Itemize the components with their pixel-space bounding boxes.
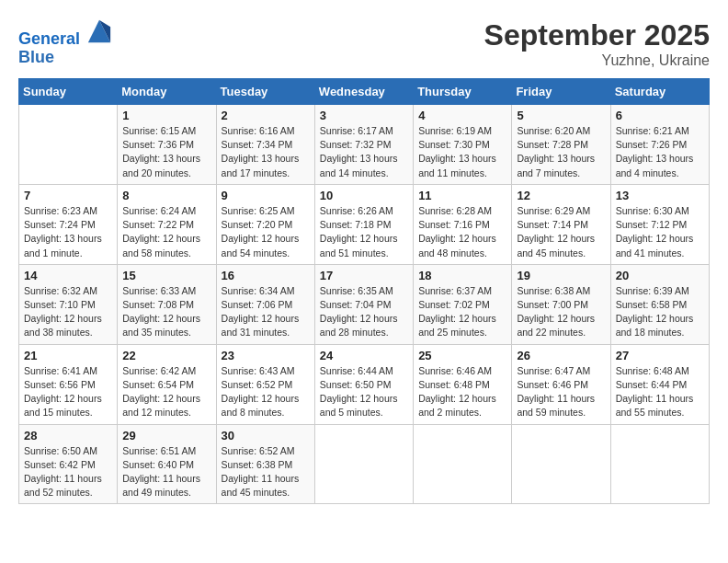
calendar-cell: 19Sunrise: 6:38 AM Sunset: 7:00 PM Dayli…	[512, 264, 610, 344]
calendar-cell: 15Sunrise: 6:33 AM Sunset: 7:08 PM Dayli…	[118, 264, 216, 344]
logo-text: General	[18, 18, 112, 49]
calendar-cell: 4Sunrise: 6:19 AM Sunset: 7:30 PM Daylig…	[414, 105, 512, 185]
calendar-cell: 1Sunrise: 6:15 AM Sunset: 7:36 PM Daylig…	[118, 105, 216, 185]
title-block: September 2025 Yuzhne, Ukraine	[484, 18, 710, 69]
calendar-cell	[512, 424, 610, 504]
calendar-header-row: SundayMondayTuesdayWednesdayThursdayFrid…	[19, 79, 710, 105]
day-number: 23	[222, 349, 310, 362]
calendar-cell: 9Sunrise: 6:25 AM Sunset: 7:20 PM Daylig…	[216, 184, 314, 264]
day-number: 2	[222, 109, 310, 122]
page-header: General Blue September 2025 Yuzhne, Ukra…	[18, 18, 710, 69]
day-info: Sunrise: 6:28 AM Sunset: 7:16 PM Dayligh…	[418, 204, 506, 260]
day-number: 5	[517, 109, 605, 122]
day-number: 11	[418, 189, 506, 202]
calendar-week-row: 7Sunrise: 6:23 AM Sunset: 7:24 PM Daylig…	[19, 184, 710, 264]
calendar-cell: 6Sunrise: 6:21 AM Sunset: 7:26 PM Daylig…	[610, 105, 709, 185]
day-info: Sunrise: 6:43 AM Sunset: 6:52 PM Dayligh…	[222, 364, 310, 420]
day-number: 19	[517, 269, 605, 282]
col-header-tuesday: Tuesday	[216, 79, 314, 105]
logo: General Blue	[18, 18, 112, 67]
calendar-cell: 7Sunrise: 6:23 AM Sunset: 7:24 PM Daylig…	[19, 184, 118, 264]
day-number: 24	[320, 349, 408, 362]
calendar-week-row: 14Sunrise: 6:32 AM Sunset: 7:10 PM Dayli…	[19, 264, 710, 344]
calendar-cell: 13Sunrise: 6:30 AM Sunset: 7:12 PM Dayli…	[610, 184, 709, 264]
calendar-cell	[19, 105, 118, 185]
day-info: Sunrise: 6:50 AM Sunset: 6:42 PM Dayligh…	[24, 444, 112, 500]
calendar-cell: 21Sunrise: 6:41 AM Sunset: 6:56 PM Dayli…	[19, 344, 118, 424]
calendar-cell: 24Sunrise: 6:44 AM Sunset: 6:50 PM Dayli…	[314, 344, 413, 424]
calendar-cell: 23Sunrise: 6:43 AM Sunset: 6:52 PM Dayli…	[216, 344, 314, 424]
calendar-cell: 10Sunrise: 6:26 AM Sunset: 7:18 PM Dayli…	[314, 184, 413, 264]
calendar-cell: 30Sunrise: 6:52 AM Sunset: 6:38 PM Dayli…	[216, 424, 314, 504]
day-info: Sunrise: 6:30 AM Sunset: 7:12 PM Dayligh…	[616, 204, 704, 260]
day-info: Sunrise: 6:25 AM Sunset: 7:20 PM Dayligh…	[222, 204, 310, 260]
calendar-cell: 25Sunrise: 6:46 AM Sunset: 6:48 PM Dayli…	[414, 344, 512, 424]
day-number: 12	[517, 189, 605, 202]
day-info: Sunrise: 6:34 AM Sunset: 7:06 PM Dayligh…	[222, 284, 310, 340]
day-info: Sunrise: 6:29 AM Sunset: 7:14 PM Dayligh…	[517, 204, 605, 260]
day-number: 7	[24, 189, 112, 202]
col-header-monday: Monday	[118, 79, 216, 105]
day-info: Sunrise: 6:32 AM Sunset: 7:10 PM Dayligh…	[24, 284, 112, 340]
day-info: Sunrise: 6:38 AM Sunset: 7:00 PM Dayligh…	[517, 284, 605, 340]
calendar-cell: 16Sunrise: 6:34 AM Sunset: 7:06 PM Dayli…	[216, 264, 314, 344]
day-info: Sunrise: 6:46 AM Sunset: 6:48 PM Dayligh…	[418, 364, 506, 420]
logo-icon	[86, 18, 112, 44]
day-info: Sunrise: 6:42 AM Sunset: 6:54 PM Dayligh…	[122, 364, 210, 420]
calendar-week-row: 1Sunrise: 6:15 AM Sunset: 7:36 PM Daylig…	[19, 105, 710, 185]
day-number: 14	[24, 269, 112, 282]
col-header-saturday: Saturday	[610, 79, 709, 105]
calendar-cell: 29Sunrise: 6:51 AM Sunset: 6:40 PM Dayli…	[118, 424, 216, 504]
day-number: 10	[320, 189, 408, 202]
day-info: Sunrise: 6:16 AM Sunset: 7:34 PM Dayligh…	[222, 124, 310, 180]
calendar-cell: 22Sunrise: 6:42 AM Sunset: 6:54 PM Dayli…	[118, 344, 216, 424]
col-header-wednesday: Wednesday	[314, 79, 413, 105]
calendar-table: SundayMondayTuesdayWednesdayThursdayFrid…	[18, 78, 710, 504]
day-info: Sunrise: 6:20 AM Sunset: 7:28 PM Dayligh…	[517, 124, 605, 180]
day-number: 9	[222, 189, 310, 202]
day-number: 13	[616, 189, 704, 202]
col-header-sunday: Sunday	[19, 79, 118, 105]
col-header-thursday: Thursday	[414, 79, 512, 105]
calendar-cell: 17Sunrise: 6:35 AM Sunset: 7:04 PM Dayli…	[314, 264, 413, 344]
day-info: Sunrise: 6:37 AM Sunset: 7:02 PM Dayligh…	[418, 284, 506, 340]
day-info: Sunrise: 6:21 AM Sunset: 7:26 PM Dayligh…	[616, 124, 704, 180]
calendar-cell	[314, 424, 413, 504]
calendar-cell	[610, 424, 709, 504]
day-info: Sunrise: 6:35 AM Sunset: 7:04 PM Dayligh…	[320, 284, 408, 340]
calendar-cell: 14Sunrise: 6:32 AM Sunset: 7:10 PM Dayli…	[19, 264, 118, 344]
calendar-week-row: 21Sunrise: 6:41 AM Sunset: 6:56 PM Dayli…	[19, 344, 710, 424]
day-number: 22	[122, 349, 210, 362]
calendar-cell: 27Sunrise: 6:48 AM Sunset: 6:44 PM Dayli…	[610, 344, 709, 424]
calendar-cell: 26Sunrise: 6:47 AM Sunset: 6:46 PM Dayli…	[512, 344, 610, 424]
calendar-cell: 8Sunrise: 6:24 AM Sunset: 7:22 PM Daylig…	[118, 184, 216, 264]
day-info: Sunrise: 6:44 AM Sunset: 6:50 PM Dayligh…	[320, 364, 408, 420]
day-number: 20	[616, 269, 704, 282]
day-number: 28	[24, 429, 112, 442]
day-info: Sunrise: 6:39 AM Sunset: 6:58 PM Dayligh…	[616, 284, 704, 340]
day-info: Sunrise: 6:48 AM Sunset: 6:44 PM Dayligh…	[616, 364, 704, 420]
day-info: Sunrise: 6:47 AM Sunset: 6:46 PM Dayligh…	[517, 364, 605, 420]
day-number: 30	[222, 429, 310, 442]
calendar-cell: 18Sunrise: 6:37 AM Sunset: 7:02 PM Dayli…	[414, 264, 512, 344]
day-info: Sunrise: 6:23 AM Sunset: 7:24 PM Dayligh…	[24, 204, 112, 260]
day-number: 27	[616, 349, 704, 362]
day-number: 6	[616, 109, 704, 122]
day-number: 3	[320, 109, 408, 122]
calendar-cell: 11Sunrise: 6:28 AM Sunset: 7:16 PM Dayli…	[414, 184, 512, 264]
col-header-friday: Friday	[512, 79, 610, 105]
day-number: 21	[24, 349, 112, 362]
calendar-cell: 3Sunrise: 6:17 AM Sunset: 7:32 PM Daylig…	[314, 105, 413, 185]
calendar-week-row: 28Sunrise: 6:50 AM Sunset: 6:42 PM Dayli…	[19, 424, 710, 504]
day-number: 17	[320, 269, 408, 282]
calendar-cell	[414, 424, 512, 504]
day-number: 29	[122, 429, 210, 442]
calendar-cell: 28Sunrise: 6:50 AM Sunset: 6:42 PM Dayli…	[19, 424, 118, 504]
day-number: 1	[122, 109, 210, 122]
day-info: Sunrise: 6:33 AM Sunset: 7:08 PM Dayligh…	[122, 284, 210, 340]
day-number: 4	[418, 109, 506, 122]
calendar-cell: 20Sunrise: 6:39 AM Sunset: 6:58 PM Dayli…	[610, 264, 709, 344]
day-number: 8	[122, 189, 210, 202]
day-number: 15	[122, 269, 210, 282]
day-info: Sunrise: 6:19 AM Sunset: 7:30 PM Dayligh…	[418, 124, 506, 180]
